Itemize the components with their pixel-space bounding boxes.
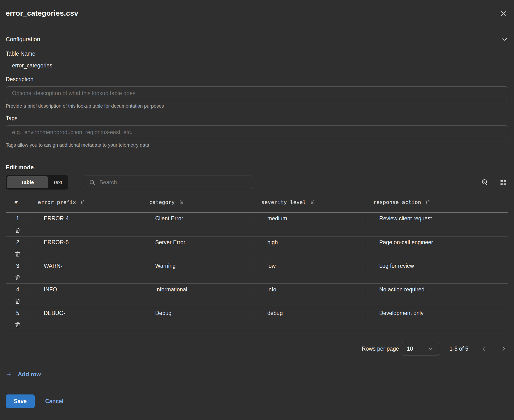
mode-button-table[interactable]: Table — [7, 176, 48, 188]
delete-row-button[interactable] — [15, 298, 21, 304]
cell-response_action[interactable]: Log for review — [365, 260, 491, 272]
rows-per-page-value: 10 — [407, 345, 413, 352]
delete-row-button[interactable] — [15, 251, 21, 257]
next-page-button[interactable] — [499, 344, 508, 353]
trash-icon — [80, 199, 86, 205]
search-box[interactable] — [84, 176, 252, 189]
table-row: 5DEBUG-DebugdebugDevelopment only — [6, 307, 508, 331]
cell-category[interactable]: Server Error — [141, 236, 253, 248]
row-number: 4 — [6, 284, 29, 295]
delete-column-button[interactable] — [80, 199, 86, 205]
cell-severity_level[interactable]: medium — [253, 213, 365, 225]
section-divider — [6, 154, 508, 154]
cell-error_prefix[interactable]: WARN- — [29, 260, 141, 272]
search-input[interactable] — [99, 179, 247, 186]
delete-column-button[interactable] — [310, 199, 316, 205]
row-number: 3 — [6, 260, 29, 272]
cell-severity_level[interactable]: info — [253, 284, 365, 295]
cell-error_prefix[interactable]: DEBUG- — [29, 307, 141, 319]
search-off-icon — [481, 179, 488, 186]
row-number: 5 — [6, 307, 29, 319]
dialog-actions: Save Cancel — [6, 394, 508, 408]
column-header-category: category — [141, 199, 253, 205]
delete-row-button[interactable] — [15, 322, 21, 328]
plus-icon — [6, 371, 13, 378]
column-header-label: severity_level — [261, 199, 306, 205]
column-header-label: category — [149, 199, 175, 205]
row-number-header: # — [6, 199, 29, 205]
table-columns-button[interactable] — [498, 177, 508, 187]
table-name-label: Table Name — [6, 51, 508, 57]
cell-response_action[interactable]: Page on-call engineer — [365, 236, 491, 248]
cell-response_action[interactable]: No action required — [365, 284, 491, 295]
tags-input[interactable] — [6, 126, 508, 139]
description-helper-text: Provide a brief description of this look… — [6, 103, 508, 109]
cell-response_action[interactable]: Review client request — [365, 213, 491, 225]
table-columns-icon — [499, 179, 507, 186]
chevron-down-icon — [501, 36, 508, 43]
editor-controls: Table Text — [6, 175, 508, 189]
save-button[interactable]: Save — [6, 394, 35, 408]
delete-row-button[interactable] — [15, 274, 21, 281]
add-row-button[interactable]: Add row — [6, 371, 41, 378]
table-body: 1ERROR-4Client ErrormediumReview client … — [6, 213, 508, 331]
cell-response_action[interactable]: Development only — [365, 307, 491, 319]
table-row: 4INFO-InformationalinfoNo action require… — [6, 284, 508, 307]
column-header-label: response_action — [373, 199, 421, 205]
cancel-button[interactable]: Cancel — [45, 398, 63, 405]
table-header-row: #error_prefixcategoryseverity_levelrespo… — [6, 197, 508, 213]
tags-label: Tags — [6, 115, 508, 122]
delete-column-button[interactable] — [425, 199, 431, 205]
configuration-label: Configuration — [6, 36, 40, 43]
cell-severity_level[interactable]: high — [253, 236, 365, 248]
rows-per-page-label: Rows per page — [362, 345, 399, 352]
tags-helper-text: Tags allow you to assign additional meta… — [6, 142, 508, 148]
delete-column-button[interactable] — [179, 199, 184, 205]
row-number: 2 — [6, 236, 29, 248]
table-row: 3WARN-WarninglowLog for review — [6, 260, 508, 284]
search-icon — [89, 179, 95, 186]
previous-page-button[interactable] — [479, 344, 488, 353]
trash-icon — [425, 199, 431, 205]
configuration-section-header[interactable]: Configuration — [6, 36, 508, 43]
lookup-table: #error_prefixcategoryseverity_levelrespo… — [6, 197, 508, 331]
chevron-left-icon — [480, 345, 488, 352]
table-name-value: error_categories — [6, 62, 508, 69]
chevron-down-icon — [427, 345, 434, 352]
mode-button-text[interactable]: Text — [48, 176, 67, 188]
cell-severity_level[interactable]: debug — [253, 307, 365, 319]
cell-category[interactable]: Client Error — [141, 213, 253, 225]
cell-category[interactable]: Informational — [141, 284, 253, 295]
trash-icon — [15, 251, 21, 257]
search-off-button[interactable] — [479, 177, 490, 188]
description-label: Description — [6, 76, 508, 82]
close-button[interactable] — [499, 9, 508, 18]
column-header-error_prefix: error_prefix — [29, 199, 141, 205]
trash-icon — [15, 274, 21, 281]
trash-icon — [310, 199, 316, 205]
row-number: 1 — [6, 213, 29, 225]
column-header-severity_level: severity_level — [253, 199, 365, 205]
edit-mode-toggle: Table Text — [6, 175, 68, 189]
delete-row-button[interactable] — [15, 227, 21, 234]
table-row: 1ERROR-4Client ErrormediumReview client … — [6, 213, 508, 236]
cell-category[interactable]: Debug — [141, 307, 253, 319]
trash-icon — [15, 227, 21, 234]
description-input[interactable] — [6, 86, 508, 100]
cell-error_prefix[interactable]: ERROR-5 — [29, 236, 141, 248]
close-icon — [499, 10, 507, 17]
cell-error_prefix[interactable]: ERROR-4 — [29, 213, 141, 225]
table-row: 2ERROR-5Server ErrorhighPage on-call eng… — [6, 236, 508, 260]
chevron-right-icon — [500, 345, 507, 352]
trash-icon — [15, 322, 21, 328]
edit-mode-label: Edit mode — [6, 164, 508, 171]
add-row-label: Add row — [18, 371, 41, 378]
cell-severity_level[interactable]: low — [253, 260, 365, 272]
rows-per-page-select[interactable]: 10 — [402, 342, 439, 355]
dialog-title: error_categories.csv — [6, 9, 78, 17]
trash-icon — [15, 298, 21, 304]
cell-category[interactable]: Warning — [141, 260, 253, 272]
column-header-response_action: response_action — [365, 199, 491, 205]
column-header-label: error_prefix — [38, 199, 76, 205]
cell-error_prefix[interactable]: INFO- — [29, 284, 141, 295]
